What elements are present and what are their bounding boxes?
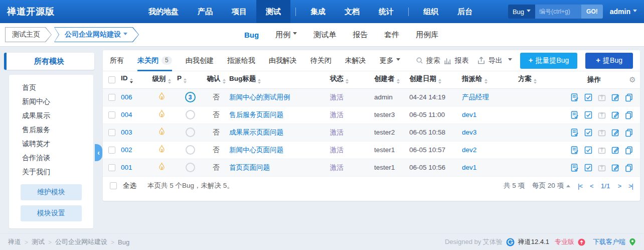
- sidebar-item-home[interactable]: 首页: [9, 81, 93, 95]
- resolve-bug-icon[interactable]: [584, 110, 593, 119]
- edit-bug-icon[interactable]: [611, 110, 620, 119]
- edit-bug-icon[interactable]: [611, 163, 620, 172]
- edit-bug-icon[interactable]: [611, 93, 620, 102]
- nav-item-stats[interactable]: 统计: [369, 0, 403, 23]
- tab-caselib[interactable]: 用例库: [416, 30, 438, 40]
- col-plan[interactable]: 方案: [518, 75, 532, 82]
- filter-opened-by-me[interactable]: 由我创建: [186, 50, 214, 71]
- sort-icon[interactable]: [258, 77, 261, 85]
- search-scope-select[interactable]: Bug: [508, 5, 535, 19]
- row-checkbox[interactable]: [108, 164, 115, 171]
- col-severity[interactable]: 级别: [152, 75, 166, 82]
- resolve-bug-icon[interactable]: [584, 163, 593, 172]
- row-checkbox[interactable]: [108, 94, 115, 101]
- footer-crumb-product[interactable]: 公司企业网站建设: [55, 237, 107, 246]
- tab-bug[interactable]: Bug: [244, 31, 259, 39]
- select-all-label[interactable]: 全选: [123, 181, 136, 190]
- confirm-bug-icon[interactable]: [570, 128, 579, 137]
- filter-resolved-by-me[interactable]: 由我解决: [269, 50, 297, 71]
- export-button[interactable]: 导出: [477, 56, 512, 65]
- confirm-bug-icon[interactable]: [570, 163, 579, 172]
- sidebar-collapse-handle[interactable]: [95, 144, 102, 161]
- sort-icon[interactable]: [397, 77, 400, 85]
- search-input[interactable]: [535, 5, 581, 19]
- sidebar-item-about[interactable]: 关于我们: [9, 165, 93, 179]
- copy-bug-icon[interactable]: [624, 93, 633, 102]
- client-pin-icon[interactable]: [629, 238, 636, 246]
- bug-id-link[interactable]: 001: [121, 164, 132, 171]
- breadcrumb-product-switcher[interactable]: 公司企业网站建设: [54, 27, 139, 42]
- edit-bug-icon[interactable]: [611, 146, 620, 155]
- bug-title-link[interactable]: 成果展示页面问题: [229, 129, 283, 136]
- sidebar-item-results[interactable]: 成果展示: [9, 109, 93, 123]
- nav-item-backend[interactable]: 后台: [448, 0, 482, 23]
- row-checkbox[interactable]: [108, 111, 115, 118]
- upgrade-icon[interactable]: [578, 238, 585, 246]
- tab-case[interactable]: 用例: [275, 30, 297, 40]
- nav-item-product[interactable]: 产品: [188, 0, 222, 23]
- confirm-bug-icon[interactable]: [570, 93, 579, 102]
- assignee-link[interactable]: dev1: [462, 164, 476, 171]
- user-menu[interactable]: admin: [610, 8, 637, 16]
- sort-icon[interactable]: [534, 77, 537, 85]
- row-checkbox[interactable]: [108, 147, 115, 154]
- first-page-button[interactable]: |<: [578, 182, 582, 190]
- col-confirmed[interactable]: 确认: [207, 75, 221, 82]
- tab-testtask[interactable]: 测试单: [313, 30, 336, 40]
- col-id[interactable]: ID: [121, 74, 128, 82]
- copy-bug-icon[interactable]: [624, 128, 633, 137]
- filter-more[interactable]: 更多: [380, 50, 400, 71]
- sidebar-item-jobs[interactable]: 诚聘英才: [9, 137, 93, 151]
- report-button[interactable]: 报表: [443, 56, 469, 65]
- col-created-date[interactable]: 创建日期: [409, 75, 436, 82]
- filter-to-close[interactable]: 待关闭: [310, 50, 332, 71]
- search-toggle[interactable]: 搜索: [416, 56, 440, 65]
- edit-bug-icon[interactable]: [611, 128, 620, 137]
- resolve-bug-icon[interactable]: [584, 146, 593, 155]
- row-checkbox[interactable]: [108, 129, 115, 136]
- sort-icon[interactable]: [168, 77, 171, 85]
- footer-crumb-zentao[interactable]: 禅道: [8, 237, 21, 246]
- nav-item-my-turf[interactable]: 我的地盘: [139, 0, 188, 23]
- assignee-link[interactable]: dev2: [462, 146, 476, 154]
- copy-bug-icon[interactable]: [624, 146, 633, 155]
- maintain-module-button[interactable]: 维护模块: [21, 184, 82, 200]
- select-all-checkbox[interactable]: [108, 76, 115, 83]
- sort-icon[interactable]: [184, 77, 187, 85]
- bug-id-link[interactable]: 006: [121, 93, 132, 101]
- bug-id-link[interactable]: 004: [121, 111, 132, 118]
- col-title[interactable]: Bug标题: [229, 75, 256, 82]
- add-bug-button[interactable]: 提Bug: [585, 53, 633, 69]
- footer-crumb-test[interactable]: 测试: [32, 237, 45, 246]
- resolve-bug-icon[interactable]: [584, 128, 593, 137]
- confirm-bug-icon[interactable]: [570, 110, 579, 119]
- assignee-link[interactable]: dev1: [462, 111, 476, 118]
- version-label[interactable]: 禅道12.4.1: [518, 237, 549, 246]
- sort-icon[interactable]: [130, 77, 133, 85]
- col-assignee[interactable]: 指派给: [462, 75, 482, 82]
- column-settings-gear-icon[interactable]: [629, 75, 635, 84]
- copy-bug-icon[interactable]: [624, 110, 633, 119]
- confirm-bug-icon[interactable]: [570, 146, 579, 155]
- module-settings-button[interactable]: 模块设置: [21, 205, 82, 221]
- sidebar-item-coop[interactable]: 合作洽谈: [9, 151, 93, 165]
- filter-assigned-to-me[interactable]: 指派给我: [227, 50, 255, 71]
- bug-title-link[interactable]: 首页页面问题: [229, 164, 270, 171]
- copy-bug-icon[interactable]: [624, 163, 633, 172]
- filter-unresolved[interactable]: 未解决: [345, 50, 366, 71]
- next-page-button[interactable]: >: [617, 182, 621, 190]
- download-client-label[interactable]: 下载客户端: [593, 237, 625, 246]
- app-logo[interactable]: 禅道开源版: [7, 6, 55, 18]
- nav-item-doc[interactable]: 文档: [335, 0, 369, 23]
- bug-title-link[interactable]: 新闻中心页面问题: [229, 146, 283, 154]
- bug-id-link[interactable]: 003: [121, 129, 132, 136]
- tab-suite[interactable]: 套件: [384, 30, 399, 40]
- nav-item-org[interactable]: 组织: [414, 0, 448, 23]
- breadcrumb-test-home[interactable]: 测试主页: [5, 27, 52, 42]
- nav-item-project[interactable]: 项目: [222, 0, 256, 23]
- bug-id-link[interactable]: 002: [121, 146, 132, 154]
- nav-item-test[interactable]: 测试: [256, 0, 290, 23]
- prev-page-button[interactable]: <: [590, 182, 593, 190]
- batch-add-bug-button[interactable]: 批量提Bug: [520, 53, 578, 69]
- col-priority[interactable]: P: [177, 74, 182, 82]
